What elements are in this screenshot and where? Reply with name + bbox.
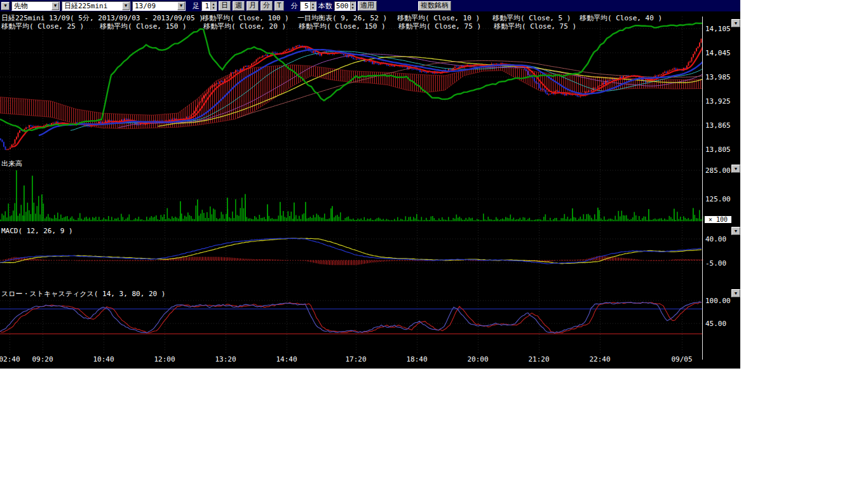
stoch-axis-label: 100.00 xyxy=(705,297,731,305)
price-axis-label: 14,045 xyxy=(705,49,731,57)
toolbar: ▼ 先物 ▼ 日経225mini ▼ 13/09 ▼ 足 1 ▲▼ 日 週 月 … xyxy=(0,0,740,11)
period-tick-button[interactable]: T xyxy=(275,1,284,11)
volume-pane-label: 出来高 xyxy=(1,159,22,168)
macd-pane-label: MACD( 12, 26, 9 ) xyxy=(1,227,73,235)
window-menu-button[interactable]: ▼ xyxy=(1,2,10,10)
time-axis-label: 10:40 xyxy=(93,355,114,363)
trading-chart-app: ▼ 先物 ▼ 日経225mini ▼ 13/09 ▼ 足 1 ▲▼ 日 週 月 … xyxy=(0,0,740,369)
chart-region: 日経225mini 13/09( 5分, 2013/09/03 - 2013/0… xyxy=(0,11,740,369)
minute-label: 分 xyxy=(291,1,298,11)
macd-axis-label: 40.00 xyxy=(705,235,726,243)
period-week-button[interactable]: 週 xyxy=(233,1,245,11)
interval-input[interactable]: 1 ▲▼ xyxy=(201,1,217,11)
period-month-button[interactable]: 月 xyxy=(247,1,259,11)
symbol-select[interactable]: 日経225mini ▼ xyxy=(62,1,130,11)
time-axis-label: 13:20 xyxy=(215,355,236,363)
volume-axis-label: 285.00 xyxy=(705,166,731,175)
chevron-down-icon: ▼ xyxy=(51,2,59,10)
interval-spinner[interactable]: ▲▼ xyxy=(210,2,216,10)
stoch-axis-label: 45.00 xyxy=(705,320,726,328)
time-axis-label: 02:40 xyxy=(0,355,20,363)
price-axis-label: 13,805 xyxy=(705,146,731,154)
time-axis-label: 21:20 xyxy=(528,355,549,363)
chevron-down-icon: ▼ xyxy=(177,2,185,10)
price-axis-label: 13,985 xyxy=(705,73,731,81)
minute-spinner[interactable]: ▲▼ xyxy=(310,2,316,10)
ashi-label: 足 xyxy=(193,1,200,11)
macd-axis-label: -5.00 xyxy=(705,259,726,268)
bars-value: 500 xyxy=(335,2,350,10)
contract-select[interactable]: 13/09 ▼ xyxy=(132,1,186,11)
time-axis-label: 09/05 xyxy=(671,355,692,363)
time-axis-label: 17:20 xyxy=(345,355,366,363)
apply-button[interactable]: 適用 xyxy=(358,1,377,11)
category-select[interactable]: 先物 ▼ xyxy=(11,1,60,11)
price-pane-menu-arrow[interactable]: ▼ xyxy=(731,19,740,27)
symbol-select-value: 日経225mini xyxy=(64,2,107,10)
time-axis-label: 12:00 xyxy=(154,355,175,363)
chevron-down-icon: ▼ xyxy=(122,2,130,10)
bars-spinner[interactable]: ▲▼ xyxy=(350,2,355,10)
volume-multiplier-badge: × 100 xyxy=(704,215,732,224)
stoch-pane-menu-arrow[interactable]: ▼ xyxy=(731,289,740,297)
price-axis-label: 14,105 xyxy=(705,25,731,33)
price-axis-label: 13,865 xyxy=(705,121,731,130)
time-axis-label: 18:40 xyxy=(406,355,427,363)
interval-value: 1 xyxy=(202,2,210,10)
spin-down-icon: ▼ xyxy=(211,6,216,10)
price-axis-label: 13,925 xyxy=(705,97,731,105)
bars-label: 本数 xyxy=(318,1,332,11)
bars-input[interactable]: 500 ▲▼ xyxy=(334,1,356,11)
period-minute-button[interactable]: 分 xyxy=(261,1,273,11)
minute-value: 5 xyxy=(301,2,310,10)
contract-select-value: 13/09 xyxy=(135,2,156,10)
time-axis-label: 20:00 xyxy=(467,355,488,363)
spin-down-icon: ▼ xyxy=(351,6,355,10)
minute-input[interactable]: 5 ▲▼ xyxy=(300,1,316,11)
stoch-pane-label: スロー・ストキャスティクス( 14, 3, 80, 20 ) xyxy=(1,289,165,299)
volume-pane-menu-arrow[interactable]: ▼ xyxy=(731,165,740,173)
period-day-button[interactable]: 日 xyxy=(219,1,231,11)
multi-symbol-button[interactable]: 複数銘柄 xyxy=(418,1,451,11)
time-axis-label: 14:40 xyxy=(276,355,297,363)
time-axis-label: 22:40 xyxy=(589,355,610,363)
category-select-value: 先物 xyxy=(14,2,28,10)
chart-canvas[interactable] xyxy=(0,11,740,369)
macd-pane-menu-arrow[interactable]: ▼ xyxy=(731,227,740,235)
volume-axis-label: 125.00 xyxy=(705,195,731,203)
spin-down-icon: ▼ xyxy=(311,6,316,10)
time-axis-label: 09:20 xyxy=(32,355,53,363)
